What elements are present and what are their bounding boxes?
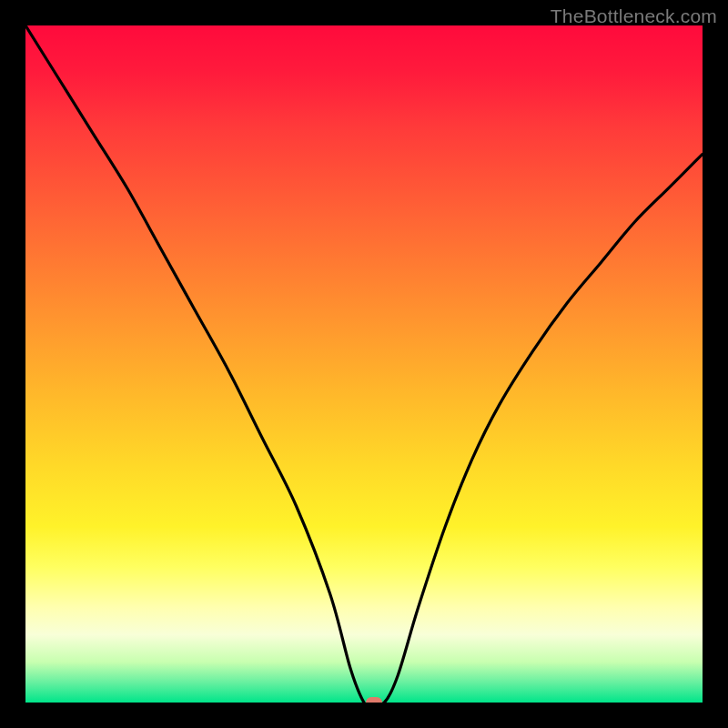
plot-area [25,25,703,703]
watermark-text: TheBottleneck.com [551,5,717,27]
optimum-marker [366,697,382,703]
chart-frame: TheBottleneck.com [0,0,728,728]
curve-path [25,25,703,703]
bottleneck-curve [25,25,703,703]
